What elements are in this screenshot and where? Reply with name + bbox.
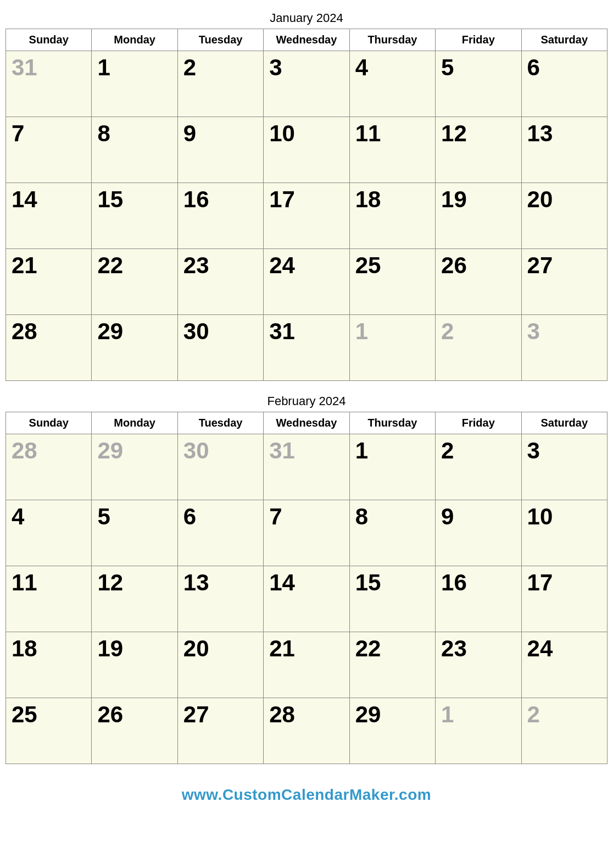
table-row: 28293031123 [6, 315, 608, 381]
calendar-day-cell[interactable]: 23 [436, 632, 521, 698]
calendar-day-cell[interactable]: 13 [177, 566, 263, 632]
calendar-day-cell[interactable]: 5 [436, 51, 521, 117]
calendar-day-cell[interactable]: 17 [264, 183, 349, 249]
jan-header-saturday: Saturday [521, 29, 607, 51]
calendar-day-cell[interactable]: 28 [264, 698, 349, 764]
calendar-day-cell[interactable]: 2 [436, 315, 521, 381]
calendar-day-cell[interactable]: 3 [264, 51, 349, 117]
calendar-day-cell[interactable]: 2 [177, 51, 263, 117]
february-title: February 2024 [5, 394, 608, 408]
calendar-day-cell[interactable]: 31 [264, 434, 349, 500]
calendar-day-cell[interactable]: 27 [521, 249, 607, 315]
jan-header-friday: Friday [436, 29, 521, 51]
table-row: 31123456 [6, 51, 608, 117]
calendar-day-cell[interactable]: 30 [177, 434, 263, 500]
calendar-day-cell[interactable]: 28 [6, 315, 92, 381]
calendar-day-cell[interactable]: 5 [92, 500, 177, 566]
calendar-day-cell[interactable]: 21 [264, 632, 349, 698]
calendar-day-cell[interactable]: 17 [521, 566, 607, 632]
calendar-day-cell[interactable]: 12 [92, 566, 177, 632]
calendar-day-cell[interactable]: 22 [92, 249, 177, 315]
jan-header-monday: Monday [92, 29, 177, 51]
calendar-day-cell[interactable]: 25 [6, 698, 92, 764]
calendar-day-cell[interactable]: 19 [436, 183, 521, 249]
table-row: 78910111213 [6, 117, 608, 183]
jan-header-sunday: Sunday [6, 29, 92, 51]
table-row: 252627282912 [6, 698, 608, 764]
calendar-day-cell[interactable]: 6 [177, 500, 263, 566]
calendar-day-cell[interactable]: 26 [92, 698, 177, 764]
calendar-day-cell[interactable]: 18 [349, 183, 435, 249]
calendar-day-cell[interactable]: 30 [177, 315, 263, 381]
calendar-day-cell[interactable]: 13 [521, 117, 607, 183]
calendar-day-cell[interactable]: 9 [177, 117, 263, 183]
jan-header-thursday: Thursday [349, 29, 435, 51]
table-row: 28293031123 [6, 434, 608, 500]
calendar-day-cell[interactable]: 10 [521, 500, 607, 566]
feb-header-saturday: Saturday [521, 412, 607, 434]
calendar-day-cell[interactable]: 25 [349, 249, 435, 315]
calendar-day-cell[interactable]: 11 [6, 566, 92, 632]
calendar-day-cell[interactable]: 1 [92, 51, 177, 117]
calendar-day-cell[interactable]: 7 [6, 117, 92, 183]
calendar-day-cell[interactable]: 15 [92, 183, 177, 249]
calendar-day-cell[interactable]: 11 [349, 117, 435, 183]
calendar-day-cell[interactable]: 31 [6, 51, 92, 117]
calendar-day-cell[interactable]: 16 [436, 566, 521, 632]
calendar-day-cell[interactable]: 31 [264, 315, 349, 381]
feb-header-sunday: Sunday [6, 412, 92, 434]
calendar-day-cell[interactable]: 2 [436, 434, 521, 500]
feb-header-friday: Friday [436, 412, 521, 434]
january-calendar: January 2024 Sunday Monday Tuesday Wedne… [5, 11, 608, 381]
january-grid: Sunday Monday Tuesday Wednesday Thursday… [5, 29, 608, 381]
table-row: 14151617181920 [6, 183, 608, 249]
calendar-day-cell[interactable]: 12 [436, 117, 521, 183]
table-row: 18192021222324 [6, 632, 608, 698]
calendar-day-cell[interactable]: 24 [264, 249, 349, 315]
calendar-day-cell[interactable]: 23 [177, 249, 263, 315]
calendar-day-cell[interactable]: 4 [349, 51, 435, 117]
calendar-day-cell[interactable]: 16 [177, 183, 263, 249]
calendar-day-cell[interactable]: 2 [521, 698, 607, 764]
calendar-day-cell[interactable]: 3 [521, 434, 607, 500]
february-calendar: February 2024 Sunday Monday Tuesday Wedn… [5, 394, 608, 764]
february-header-row: Sunday Monday Tuesday Wednesday Thursday… [6, 412, 608, 434]
calendar-day-cell[interactable]: 19 [92, 632, 177, 698]
calendar-day-cell[interactable]: 14 [264, 566, 349, 632]
calendar-day-cell[interactable]: 1 [349, 434, 435, 500]
calendar-day-cell[interactable]: 29 [349, 698, 435, 764]
calendar-day-cell[interactable]: 8 [349, 500, 435, 566]
calendar-day-cell[interactable]: 20 [521, 183, 607, 249]
calendar-day-cell[interactable]: 9 [436, 500, 521, 566]
calendar-day-cell[interactable]: 24 [521, 632, 607, 698]
table-row: 21222324252627 [6, 249, 608, 315]
calendar-day-cell[interactable]: 26 [436, 249, 521, 315]
calendar-day-cell[interactable]: 22 [349, 632, 435, 698]
calendar-day-cell[interactable]: 29 [92, 315, 177, 381]
calendar-day-cell[interactable]: 18 [6, 632, 92, 698]
calendar-day-cell[interactable]: 14 [6, 183, 92, 249]
calendar-day-cell[interactable]: 27 [177, 698, 263, 764]
feb-header-wednesday: Wednesday [264, 412, 349, 434]
calendar-day-cell[interactable]: 8 [92, 117, 177, 183]
calendar-day-cell[interactable]: 6 [521, 51, 607, 117]
feb-header-tuesday: Tuesday [177, 412, 263, 434]
jan-header-wednesday: Wednesday [264, 29, 349, 51]
calendar-day-cell[interactable]: 7 [264, 500, 349, 566]
calendar-day-cell[interactable]: 1 [436, 698, 521, 764]
calendar-day-cell[interactable]: 4 [6, 500, 92, 566]
feb-header-monday: Monday [92, 412, 177, 434]
calendar-day-cell[interactable]: 29 [92, 434, 177, 500]
footer-url: www.CustomCalendarMaker.com [182, 786, 431, 804]
calendar-day-cell[interactable]: 1 [349, 315, 435, 381]
calendar-day-cell[interactable]: 3 [521, 315, 607, 381]
table-row: 45678910 [6, 500, 608, 566]
january-title: January 2024 [5, 11, 608, 25]
table-row: 11121314151617 [6, 566, 608, 632]
calendar-day-cell[interactable]: 20 [177, 632, 263, 698]
calendar-day-cell[interactable]: 28 [6, 434, 92, 500]
calendar-day-cell[interactable]: 10 [264, 117, 349, 183]
calendar-day-cell[interactable]: 21 [6, 249, 92, 315]
calendar-day-cell[interactable]: 15 [349, 566, 435, 632]
january-header-row: Sunday Monday Tuesday Wednesday Thursday… [6, 29, 608, 51]
